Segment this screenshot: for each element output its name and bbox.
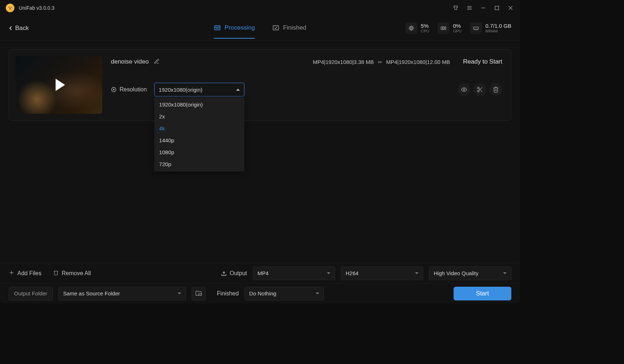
header: Back Processing Finished 5%CPU 0%GPU (0, 16, 520, 40)
cpu-usage: 5%CPU (406, 22, 429, 34)
svg-rect-7 (495, 6, 499, 10)
cut-button[interactable] (473, 83, 486, 96)
gpu-usage: 0%GPU (438, 22, 462, 34)
codec-select[interactable]: H264 (341, 266, 423, 280)
svg-rect-14 (410, 26, 413, 30)
shirt-icon[interactable] (452, 4, 459, 12)
caret-up-icon (236, 89, 240, 91)
content: denoise video MP4|1920x1080|3.38 MB ▸▸ M… (0, 40, 520, 263)
source-spec: MP4|1920x1080|3.38 MB (313, 59, 374, 65)
caret-down-icon (327, 272, 330, 274)
tab-label: Processing (225, 24, 255, 31)
edit-icon[interactable] (154, 58, 160, 65)
output-label: Output (221, 270, 247, 277)
resolution-label: Resolution (111, 86, 147, 93)
play-icon (56, 79, 65, 91)
svg-rect-23 (474, 27, 479, 29)
upload-icon (221, 270, 227, 276)
finished-action-select[interactable]: Do Nothing (244, 287, 324, 300)
ram-icon (470, 22, 482, 34)
output-folder-path[interactable]: Same as Source Folder (58, 287, 186, 300)
target-spec: MP4|1920x1080|12.00 MB (386, 59, 450, 65)
arrow-right-icon: ▸▸ (378, 58, 382, 65)
svg-line-35 (479, 88, 480, 90)
resolution-option[interactable]: 720p (154, 158, 244, 170)
svg-rect-10 (214, 26, 220, 30)
caret-down-icon (316, 292, 319, 294)
svg-point-0 (9, 6, 10, 8)
quality-select[interactable]: High Video Quality (429, 266, 511, 280)
caret-down-icon (503, 272, 507, 274)
svg-point-2 (9, 8, 11, 9)
gpu-icon (438, 22, 449, 34)
delete-button[interactable] (489, 83, 502, 96)
start-button[interactable]: Start (454, 287, 511, 300)
job-card: denoise video MP4|1920x1080|3.38 MB ▸▸ M… (9, 49, 511, 121)
resolution-option[interactable]: 2x (154, 110, 244, 122)
svg-point-1 (11, 6, 12, 8)
maximize-button[interactable] (493, 4, 500, 12)
processing-icon (214, 24, 221, 31)
resolution-option[interactable]: 4k (154, 122, 244, 134)
format-select[interactable]: MP4 (253, 266, 335, 280)
finished-icon (272, 24, 280, 31)
resolution-option[interactable]: 1440p (154, 134, 244, 146)
browse-folder-button[interactable] (192, 287, 205, 300)
back-label: Back (15, 25, 29, 32)
tab-processing[interactable]: Processing (214, 18, 255, 39)
footer: Add Files Remove All Output MP4 H264 Hig… (0, 263, 520, 303)
close-button[interactable] (507, 4, 514, 12)
svg-point-31 (477, 87, 479, 89)
resolution-dropdown: 1920x1080(origin) 1920x1080(origin)2x4k1… (154, 83, 244, 96)
svg-line-34 (481, 90, 482, 92)
mram-usage: 0.7/1.0 GBMRAM (470, 22, 511, 34)
svg-point-29 (113, 89, 114, 90)
resolution-menu: 1920x1080(origin)2x4k1440p1080p720p (154, 97, 244, 172)
svg-rect-13 (273, 26, 278, 30)
caret-down-icon (178, 292, 181, 294)
add-files-button[interactable]: Add Files (9, 270, 42, 277)
chevron-left-icon (9, 26, 12, 31)
tab-label: Finished (283, 24, 306, 31)
job-status: Ready to Start (463, 58, 502, 65)
resolution-select[interactable]: 1920x1080(origin) (154, 83, 244, 96)
remove-all-button[interactable]: Remove All (53, 270, 91, 277)
caret-down-icon (415, 272, 419, 274)
output-folder-label: Output Folder (14, 290, 47, 296)
tab-finished[interactable]: Finished (272, 18, 306, 39)
app-logo (6, 4, 14, 12)
svg-rect-15 (411, 27, 412, 29)
svg-point-21 (442, 27, 443, 29)
app-title: UniFab v3.0.0.3 (19, 5, 55, 11)
back-button[interactable]: Back (9, 25, 29, 32)
svg-point-30 (463, 89, 465, 91)
titlebar: UniFab v3.0.0.3 (0, 0, 520, 16)
preview-button[interactable] (458, 83, 471, 96)
svg-point-32 (477, 90, 479, 92)
resolution-option[interactable]: 1080p (154, 146, 244, 158)
finished-label: Finished (217, 290, 239, 297)
output-folder-label-box: Output Folder (9, 287, 53, 300)
cpu-icon (406, 22, 417, 34)
minimize-button[interactable] (480, 4, 487, 12)
menu-icon[interactable] (466, 4, 473, 12)
svg-point-22 (444, 27, 445, 29)
plus-icon (9, 270, 14, 277)
video-thumbnail[interactable] (16, 56, 102, 114)
resolution-selected: 1920x1080(origin) (159, 87, 203, 93)
resolution-option[interactable]: 1920x1080(origin) (154, 99, 244, 110)
target-icon (111, 87, 117, 92)
trash-icon (53, 270, 59, 277)
filename: denoise video (111, 58, 149, 65)
